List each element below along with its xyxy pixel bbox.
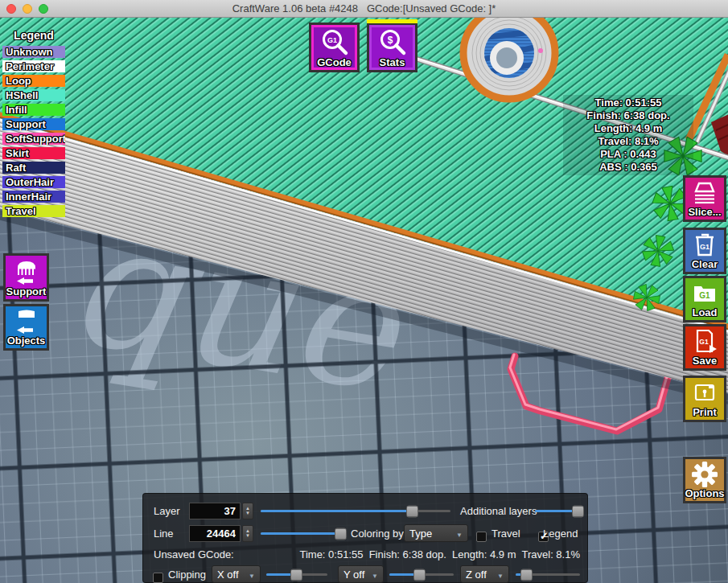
folder-g1-icon: G1 [691,280,718,307]
chevron-down-icon [249,569,255,581]
line-label: Line [154,528,174,540]
chevron-down-icon [372,569,378,581]
save-button-label: Save [693,355,717,367]
print-button[interactable]: Print [683,376,726,422]
legend-item-innerhair: InnerHair [2,191,65,203]
info-travel: Travel: 8.1% [563,135,693,148]
clip-z-slider[interactable] [516,569,580,580]
info-length: Length: 4.9 m [563,122,693,135]
svg-text:$: $ [387,35,393,46]
magnifier-dollar-icon: $ [378,28,407,57]
gcode-button-label: GCode [317,57,352,68]
layer-slider[interactable] [261,505,450,516]
legend-item-unknown: Unknown [2,46,65,58]
magnifier-g1-icon: G1 [320,28,349,57]
chevron-down-icon [456,528,463,540]
stats-button-label: Stats [380,57,405,68]
layer-stepper[interactable] [242,503,253,519]
slice-button[interactable]: Slice... [683,175,726,222]
legend-title: Legend [2,29,65,42]
clip-x-slider[interactable] [266,569,327,580]
clipping-checkbox[interactable] [153,573,163,583]
legend-item-travel: Travel [2,205,65,217]
titlebar: CraftWare 1.06 beta #4248 GCode:[Unsaved… [0,0,728,18]
travel-checkbox-label: Travel [492,528,520,540]
print-button-label: Print [693,407,717,418]
gcode-status-text: Unsaved GCode: [154,548,234,560]
legend-item-softsupport: SoftSupport [2,133,65,145]
coloring-by-label: Coloring by [351,528,404,540]
legend-panel: Legend Unknown Perimeter Loop HShell Inf… [2,29,65,217]
window-title: CraftWare 1.06 beta #4248 GCode:[Unsaved… [232,2,496,14]
clip-z-value: Z off [466,569,487,581]
print-info-overlay: Time: 0:51:55 Finish: 6:38 dop. Length: … [563,95,693,175]
support-button-label: Support [6,286,47,298]
craftware-window: que [0,0,728,583]
clip-y-dropdown[interactable]: Y off [338,565,384,583]
info-time: Time: 0:51:55 [563,96,693,109]
options-button-label: Options [685,488,724,499]
svg-text:G1: G1 [699,338,709,346]
document-g1-save-icon: G1 [691,328,718,355]
info-pla: PLA : 0.443 [563,148,693,161]
slice-button-label: Slice... [688,207,721,218]
clear-gcode-button[interactable]: G1 Clear [683,228,726,274]
legend-item-skirt: Skirt [2,147,65,159]
close-window-button[interactable] [6,4,16,14]
legend-item-loop: Loop [2,75,65,87]
line-value-input[interactable] [189,525,241,542]
save-gcode-button[interactable]: G1 Save [683,324,726,371]
line-stepper[interactable] [242,525,253,542]
minimize-window-button[interactable] [23,4,32,14]
load-button-label: Load [692,307,717,318]
trash-g1-icon: G1 [691,232,718,259]
support-arrow-icon [13,259,40,286]
support-tool-button[interactable]: Support [3,253,49,302]
gear-icon [691,461,718,488]
object-arrow-icon [13,308,40,335]
legend-item-support: Support [2,118,65,130]
printer-touch-icon [691,380,718,407]
clip-z-dropdown[interactable]: Z off [460,565,509,583]
slice-icon [691,179,718,207]
svg-text:G1: G1 [699,291,710,300]
load-gcode-button[interactable]: G1 Load [683,276,726,322]
clip-x-dropdown[interactable]: X off [212,565,261,583]
legend-item-hshell: HShell [2,89,65,101]
line-slider[interactable] [261,528,344,539]
clip-y-slider[interactable] [389,569,454,580]
chevron-down-icon [497,569,504,581]
zoom-window-button[interactable] [39,4,48,14]
legend-item-perimeter: Perimeter [2,60,65,72]
info-finish: Finish: 6:38 dop. [563,109,693,122]
clear-button-label: Clear [692,259,718,270]
coloring-by-dropdown[interactable]: Type [404,524,468,542]
circular-hole-feature [463,18,556,100]
additional-layers-label: Additional layers [460,505,537,517]
svg-text:G1: G1 [700,243,709,251]
layer-value-input[interactable] [189,503,241,519]
objects-tool-button[interactable]: Objects [3,304,49,351]
objects-button-label: Objects [7,335,46,347]
clipping-label: Clipping [168,569,206,581]
clip-x-value: X off [217,569,239,581]
stats-view-button[interactable]: $ Stats [367,23,417,72]
legend-item-outerhair: OuterHair [2,176,65,188]
gcode-view-button[interactable]: G1 GCode [309,23,360,72]
gcode-control-panel: Layer Additional layers Line Colo [142,493,588,583]
options-button[interactable]: Options [683,457,726,503]
stats-active-indicator [367,19,417,23]
legend-item-raft: Raft [2,162,65,174]
info-abs: ABS : 0.365 [563,161,693,174]
layer-label: Layer [154,505,180,517]
coloring-by-value: Type [409,528,432,540]
travel-checkbox[interactable] [476,532,487,542]
legend-checkbox-label: Legend [543,528,578,540]
svg-text:G1: G1 [327,36,336,44]
clip-y-value: Y off [343,569,364,581]
additional-layers-slider[interactable] [535,505,580,516]
legend-item-infill: Infill [2,104,65,116]
gcode-stats-line: Time: 0:51:55 Finish: 6:38 dop. Length: … [299,548,580,560]
